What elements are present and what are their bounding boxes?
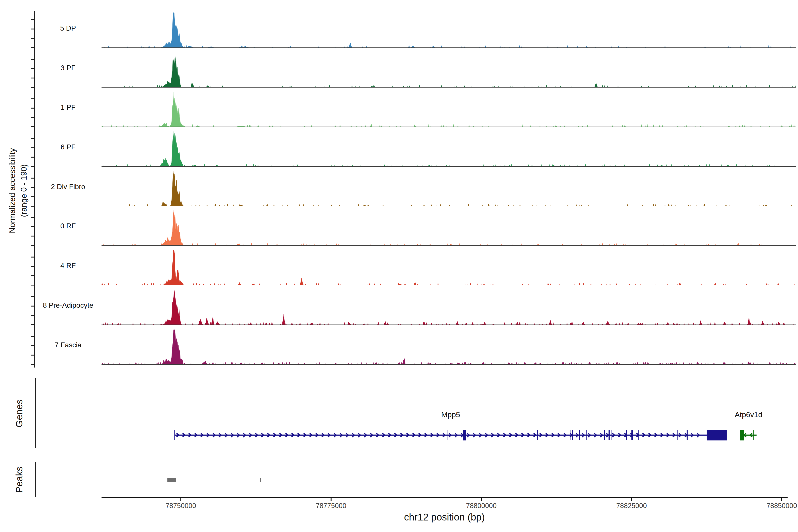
coverage-track-5-dp (101, 13, 796, 48)
peaks-section-label: Peaks (14, 467, 24, 493)
coverage-track-1-pf (101, 92, 796, 127)
peak-regions-layer (167, 478, 261, 482)
gene-name-label: Mpp5 (441, 410, 460, 419)
gene-model-atp6v1d: Atp6v1d (735, 410, 762, 440)
exon-tick (608, 430, 610, 440)
track-label: 7 Fascia (55, 341, 81, 349)
coverage-track-0-rf (101, 210, 796, 245)
genome-coverage-figure: 5 DP3 PF1 PF6 PF2 Div Fibro0 RF4 RF8 Pre… (0, 0, 798, 532)
track-label: 6 PF (60, 143, 76, 151)
x-axis-tick (631, 498, 632, 501)
y-axis-label-line1: Normalized accessibility (8, 148, 17, 233)
coverage-track-6-pf (101, 131, 796, 167)
x-axis-line (101, 497, 787, 498)
exon-tick (611, 430, 611, 440)
exon-tick (572, 430, 573, 440)
x-axis-tick-label: 78825000 (616, 502, 647, 510)
x-axis-tick (781, 498, 782, 501)
coverage-track-4-rf (101, 250, 796, 285)
exon-tick (174, 430, 175, 440)
signal-area (101, 13, 796, 48)
signal-area (101, 171, 796, 206)
exon-tick (579, 430, 580, 440)
exon-box (740, 430, 744, 440)
exon-tick (571, 430, 571, 440)
called-peak-region (260, 478, 261, 482)
signal-area (101, 210, 796, 245)
signal-area (101, 250, 796, 285)
genes-section-label: Genes (14, 399, 24, 428)
x-axis-tick (180, 498, 181, 501)
exon-tick (753, 430, 754, 440)
track-labels-layer: 5 DP3 PF1 PF6 PF2 Div Fibro0 RF4 RF8 Pre… (43, 24, 93, 349)
track-label: 3 PF (60, 64, 76, 72)
exon-tick (639, 430, 639, 440)
exon-tick (677, 430, 678, 440)
track-label: 5 DP (60, 24, 76, 32)
x-axis-tick-label: 78775000 (316, 502, 346, 510)
track-label: 2 Div Fibro (51, 183, 86, 191)
coverage-track-7-fascia (101, 329, 796, 364)
x-axis-title: chr12 position (bp) (404, 512, 485, 522)
track-label: 4 RF (60, 262, 76, 269)
exon-box (463, 430, 466, 440)
exon-tick (604, 430, 605, 440)
called-peak-region (167, 478, 176, 482)
exon-tick (626, 430, 627, 440)
signal-y-axis (31, 11, 35, 367)
signal-area (101, 131, 796, 167)
exon-tick (687, 430, 688, 440)
coverage-track-2-div-fibro (101, 171, 796, 206)
coverage-track-8-pre-adipocyte (101, 290, 796, 325)
signal-area (101, 55, 796, 87)
x-axis-tick (331, 498, 331, 501)
track-label: 0 RF (60, 222, 76, 230)
x-axis-tick (481, 498, 482, 501)
track-label: 1 PF (60, 103, 76, 111)
gene-name-label: Atp6v1d (735, 410, 762, 419)
coverage-tracks-layer (101, 13, 796, 364)
signal-area (101, 329, 796, 364)
gene-model-mpp5: Mpp5 (174, 410, 727, 440)
signal-area (101, 92, 796, 127)
track-label: 8 Pre-Adipocyte (43, 301, 93, 309)
x-axis-tick-label: 78750000 (166, 502, 196, 510)
y-axis-label-line2: (range 0 - 190) (19, 164, 28, 217)
exon-tick (537, 430, 538, 440)
signal-area (101, 290, 796, 325)
x-axis-tick-label: 78850000 (766, 502, 797, 510)
exon-tick (446, 430, 447, 440)
coverage-track-3-pf (101, 55, 796, 87)
exon-tick (586, 430, 587, 440)
exon-tick (631, 430, 633, 440)
exon-box (707, 430, 727, 440)
gene-models-layer: Mpp5Atp6v1d (174, 410, 762, 440)
position-x-axis: 7875000078775000788000007882500078850000 (101, 497, 797, 510)
x-axis-tick-label: 78800000 (466, 502, 496, 510)
